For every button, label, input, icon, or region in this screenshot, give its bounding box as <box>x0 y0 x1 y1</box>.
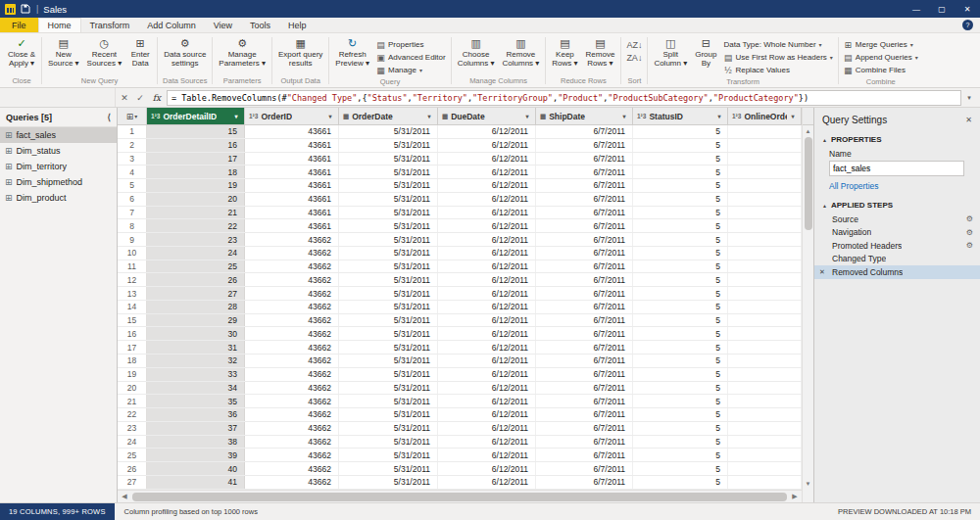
cell[interactable] <box>728 301 802 313</box>
cell[interactable]: 5 <box>633 179 728 192</box>
filter-icon[interactable]: ▾ <box>787 111 799 122</box>
cell[interactable]: 5/31/2011 <box>339 341 438 354</box>
cell[interactable]: 6/12/2011 <box>438 260 536 273</box>
cell[interactable]: 6/12/2011 <box>438 327 536 340</box>
query-item-dim-status[interactable]: ⊞Dim_status <box>0 143 117 159</box>
cell[interactable]: 6/7/2011 <box>536 355 633 367</box>
cell[interactable]: 43662 <box>245 462 339 475</box>
cell[interactable]: 6/7/2011 <box>536 125 633 138</box>
cell[interactable] <box>728 449 802 461</box>
row-number[interactable]: 6 <box>118 193 147 206</box>
cell[interactable]: 5/31/2011 <box>339 233 438 246</box>
cell[interactable]: 5/31/2011 <box>339 382 438 395</box>
cell[interactable]: 34 <box>147 382 245 395</box>
cell[interactable]: 6/7/2011 <box>536 219 633 232</box>
close-panel-icon[interactable]: ✕ <box>965 116 972 124</box>
combine-files-button[interactable]: ▦Combine Files <box>842 64 920 76</box>
cell[interactable]: 6/7/2011 <box>536 260 633 273</box>
cell[interactable]: 32 <box>147 355 245 367</box>
cell[interactable]: 6/12/2011 <box>438 207 536 219</box>
cell[interactable]: 5 <box>633 368 728 381</box>
cell[interactable]: 5/31/2011 <box>339 260 438 273</box>
cell[interactable]: 6/12/2011 <box>438 125 536 138</box>
cell[interactable]: 5/31/2011 <box>339 153 438 165</box>
row-number[interactable]: 2 <box>118 139 147 152</box>
cell[interactable]: 6/7/2011 <box>536 449 633 461</box>
remove-columns-button[interactable]: ▥Remove Columns ▾ <box>500 35 543 69</box>
cell[interactable]: 6/7/2011 <box>536 273 633 286</box>
cell[interactable]: 5/31/2011 <box>339 314 438 327</box>
cell[interactable]: 6/7/2011 <box>536 247 633 260</box>
commit-formula-icon[interactable]: ✓ <box>133 93 147 103</box>
row-number[interactable]: 14 <box>118 301 147 313</box>
cell[interactable] <box>728 382 802 395</box>
cell[interactable] <box>728 476 802 489</box>
split-column-button[interactable]: ◫Split Column ▾ <box>651 35 690 69</box>
cell[interactable]: 33 <box>147 368 245 381</box>
row-number[interactable]: 23 <box>118 422 147 435</box>
horizontal-scrollbar[interactable]: ◀ ▶ <box>118 490 802 502</box>
cell[interactable]: 6/12/2011 <box>438 139 536 152</box>
cell[interactable]: 5/31/2011 <box>339 449 438 461</box>
cell[interactable]: 5/31/2011 <box>339 301 438 313</box>
cell[interactable]: 5 <box>633 476 728 489</box>
cell[interactable]: 43662 <box>245 233 339 246</box>
tab-transform[interactable]: Transform <box>81 18 139 32</box>
cell[interactable] <box>728 368 802 381</box>
maximize-button[interactable]: ▢ <box>929 0 955 18</box>
query-item-dim-territory[interactable]: ⊞Dim_territory <box>0 159 117 174</box>
name-input[interactable] <box>829 161 964 176</box>
vertical-scrollbar[interactable]: ▲ ▼ <box>802 108 813 502</box>
cell[interactable]: 5 <box>633 341 728 354</box>
row-number[interactable]: 20 <box>118 382 147 395</box>
cell[interactable]: 5 <box>633 125 728 138</box>
export-query-results-button[interactable]: ▦Export query results <box>275 35 325 69</box>
cell[interactable] <box>728 287 802 300</box>
column-header-statusid[interactable]: 1²3StatusID▾ <box>633 108 728 124</box>
cell[interactable]: 5 <box>633 260 728 273</box>
cell[interactable]: 5/31/2011 <box>339 408 438 421</box>
scroll-up-icon[interactable]: ▲ <box>803 125 813 137</box>
fx-icon[interactable]: fx <box>149 93 165 103</box>
row-number[interactable]: 16 <box>118 327 147 340</box>
choose-columns-button[interactable]: ▥Choose Columns ▾ <box>455 35 498 69</box>
cell[interactable]: 43662 <box>245 408 339 421</box>
row-number[interactable]: 27 <box>118 476 147 489</box>
enter-data-button[interactable]: ⊞Enter Data <box>126 35 154 69</box>
query-item-dim-product[interactable]: ⊞Dim_product <box>0 190 117 206</box>
cell[interactable]: 43662 <box>245 287 339 300</box>
cell[interactable]: 5 <box>633 153 728 165</box>
cell[interactable] <box>728 408 802 421</box>
cell[interactable]: 43661 <box>245 179 339 192</box>
scroll-right-icon[interactable]: ▶ <box>788 493 802 500</box>
cell[interactable]: 6/7/2011 <box>536 327 633 340</box>
cell[interactable]: 5/31/2011 <box>339 327 438 340</box>
cell[interactable]: 6/12/2011 <box>438 341 536 354</box>
cell[interactable] <box>728 165 802 178</box>
cell[interactable]: 6/7/2011 <box>536 462 633 475</box>
cell[interactable]: 5/31/2011 <box>339 247 438 260</box>
cell[interactable]: 16 <box>147 139 245 152</box>
cell[interactable]: 43661 <box>245 165 339 178</box>
cell[interactable]: 31 <box>147 341 245 354</box>
cell[interactable] <box>728 273 802 286</box>
cell[interactable]: 43662 <box>245 327 339 340</box>
cell[interactable]: 43662 <box>245 449 339 461</box>
cell[interactable] <box>728 153 802 165</box>
row-number[interactable]: 18 <box>118 355 147 367</box>
cell[interactable]: 6/12/2011 <box>438 287 536 300</box>
cell[interactable]: 43662 <box>245 341 339 354</box>
cell[interactable]: 5 <box>633 408 728 421</box>
gear-icon[interactable]: ⚙ <box>966 228 973 237</box>
cell[interactable]: 6/12/2011 <box>438 368 536 381</box>
cell[interactable] <box>728 436 802 449</box>
cell[interactable]: 6/7/2011 <box>536 395 633 407</box>
applied-step-removed-columns[interactable]: ✕Removed Columns <box>814 265 980 279</box>
minimize-button[interactable]: — <box>904 0 929 18</box>
cell[interactable] <box>728 139 802 152</box>
cell[interactable]: 5 <box>633 395 728 407</box>
cell[interactable]: 6/12/2011 <box>438 408 536 421</box>
cell[interactable]: 5/31/2011 <box>339 368 438 381</box>
cell[interactable]: 5 <box>633 219 728 232</box>
cell[interactable]: 6/7/2011 <box>536 436 633 449</box>
